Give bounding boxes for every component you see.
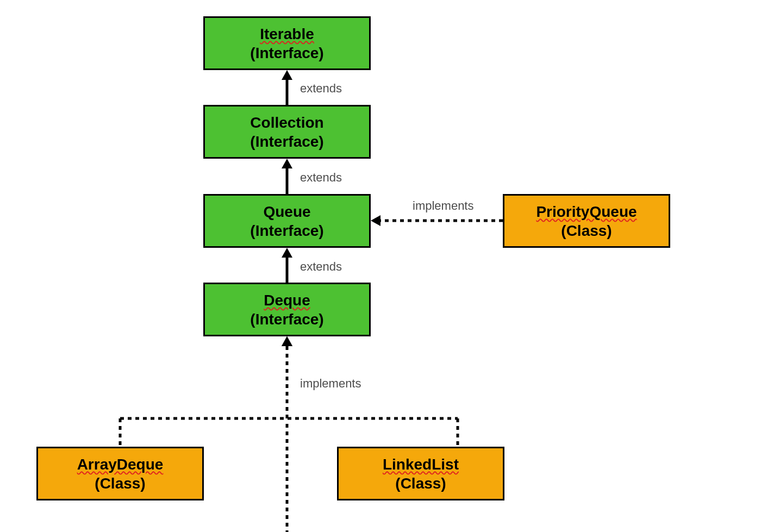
node-name: Queue bbox=[263, 202, 310, 221]
label-extends-1: extends bbox=[300, 82, 342, 96]
node-name: Deque bbox=[264, 291, 310, 310]
node-arraydeque: ArrayDeque (Class) bbox=[36, 447, 204, 500]
svg-marker-7 bbox=[371, 215, 380, 226]
label-implements-2: implements bbox=[300, 377, 361, 391]
node-name: ArrayDeque bbox=[77, 455, 164, 474]
arrow-collection-to-iterable bbox=[282, 70, 292, 105]
node-kind: (Interface) bbox=[250, 132, 323, 151]
label-extends-2: extends bbox=[300, 171, 342, 185]
node-linkedlist: LinkedList (Class) bbox=[337, 447, 504, 500]
node-kind: (Interface) bbox=[250, 43, 323, 62]
node-deque: Deque (Interface) bbox=[203, 283, 371, 336]
svg-marker-9 bbox=[282, 336, 292, 346]
svg-marker-31 bbox=[282, 336, 292, 346]
node-iterable: Iterable (Interface) bbox=[203, 16, 371, 70]
node-name: Collection bbox=[250, 113, 323, 132]
arrow-queue-to-collection bbox=[282, 159, 292, 194]
node-name: PriorityQueue bbox=[536, 202, 637, 221]
label-extends-3: extends bbox=[300, 260, 342, 274]
svg-marker-3 bbox=[282, 159, 292, 168]
leg-arraydeque bbox=[115, 418, 126, 447]
node-kind: (Class) bbox=[561, 221, 612, 240]
node-priorityqueue: PriorityQueue (Class) bbox=[503, 194, 670, 248]
node-kind: (Interface) bbox=[250, 310, 323, 329]
arrow-deque-to-queue bbox=[282, 248, 292, 283]
node-name: Iterable bbox=[260, 24, 314, 43]
svg-marker-1 bbox=[282, 70, 292, 80]
arrow-priorityqueue-to-queue bbox=[371, 215, 503, 226]
node-collection: Collection (Interface) bbox=[203, 105, 371, 159]
node-queue: Queue (Interface) bbox=[203, 194, 371, 248]
node-kind: (Class) bbox=[95, 474, 145, 493]
svg-marker-5 bbox=[282, 248, 292, 258]
arrow-arraydeque-linkedlist-to-deque bbox=[0, 336, 761, 450]
label-implements-1: implements bbox=[413, 199, 473, 213]
node-name: LinkedList bbox=[383, 455, 459, 474]
node-kind: (Interface) bbox=[250, 221, 323, 240]
node-kind: (Class) bbox=[395, 474, 446, 493]
